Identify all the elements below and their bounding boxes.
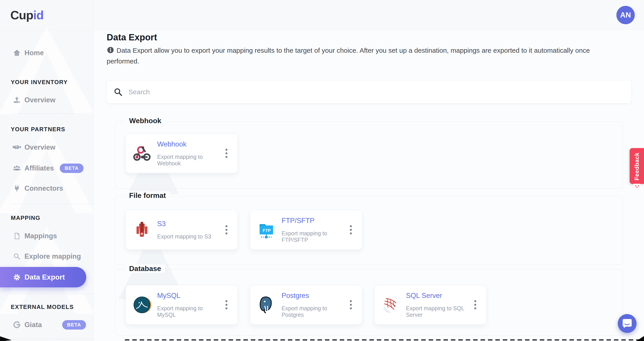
page-title: Data Export — [107, 32, 157, 42]
sidebar-section-header: EXTERNAL MODELS — [11, 304, 74, 311]
upload-icon — [12, 96, 21, 104]
card-title-link[interactable]: FTP/SFTP — [282, 217, 346, 225]
svg-text:FTP: FTP — [263, 228, 271, 233]
main-content: Data Export Data Export allow you to exp… — [94, 30, 644, 341]
search-input[interactable] — [128, 88, 624, 96]
export-card-postgres[interactable]: Postgres Export mapping to Postgres — [250, 285, 362, 325]
sidebar: Cupid Home YOUR INVENTORY Overview YOUR … — [0, 0, 94, 341]
beta-badge: BETA — [62, 320, 86, 330]
sidebar-item-label: Affiliates — [24, 164, 54, 172]
search-icon — [12, 252, 21, 261]
sidebar-item-label: Connectors — [24, 184, 63, 193]
avatar[interactable]: AN — [616, 6, 635, 24]
postgres-icon — [257, 296, 276, 314]
sidebar-item-label: Home — [24, 49, 44, 57]
sidebar-item-label: Mappings — [24, 232, 57, 240]
sidebar-item-affiliates[interactable]: Affiliates BETA — [0, 160, 94, 176]
sidebar-section-header: MAPPING — [11, 215, 40, 221]
users-icon — [12, 164, 21, 173]
card-subtitle: Export mapping to S3 — [157, 233, 222, 240]
card-title-link[interactable]: MySQL — [157, 292, 222, 300]
card-title-link[interactable]: Postgres — [282, 292, 346, 300]
g-icon — [12, 320, 21, 329]
sidebar-item-explore-mapping[interactable]: Explore mapping — [0, 249, 94, 264]
category-database: Database MySQL Export mapping to MySQL — [116, 269, 623, 336]
page-description-text: Data Export allow you to export your map… — [107, 47, 590, 65]
divider — [11, 113, 94, 114]
ftp-icon: FTP — [257, 221, 276, 239]
sidebar-item-data-export-active[interactable]: Data Export — [0, 267, 86, 287]
chat-launcher-button[interactable] — [618, 314, 636, 333]
category-title: File format — [125, 191, 170, 200]
export-card-ftp[interactable]: FTP FTP/SFTP Export mapping to FTP/SFTP — [250, 210, 362, 250]
webhook-icon — [132, 144, 151, 163]
card-subtitle: Export mapping to Postgres — [282, 305, 346, 318]
beta-badge: BETA — [60, 164, 84, 173]
export-card-webhook[interactable]: Webhook Export mapping to Webhook — [126, 133, 238, 173]
cutoff-text-artifact — [125, 339, 644, 341]
plug-icon — [12, 184, 21, 193]
sidebar-section-header: YOUR INVENTORY — [11, 79, 68, 86]
brand-logo-primary: Cup — [10, 8, 33, 22]
mysql-icon — [132, 296, 151, 314]
sidebar-section-header: YOUR PARTNERS — [11, 126, 65, 133]
sidebar-item-label: Overview — [24, 143, 56, 151]
card-menu-button[interactable] — [222, 296, 231, 314]
chat-bubble-icon — [622, 319, 632, 329]
app-root: { "brand": { "primary": "Cup", "accent":… — [0, 0, 644, 341]
sidebar-item-partners-overview[interactable]: Overview — [0, 140, 94, 155]
brand-logo: Cupid — [10, 8, 44, 22]
sidebar-item-label: Giata — [24, 321, 42, 329]
sidebar-item-label: Overview — [24, 96, 56, 104]
category-title: Database — [125, 265, 165, 273]
home-icon — [12, 48, 21, 57]
category-webhook: Webhook Webhook Export mapping to Webhoo… — [116, 121, 623, 189]
card-subtitle: Export mapping to MySQL — [157, 305, 222, 318]
s3-icon — [132, 221, 151, 239]
card-menu-button[interactable] — [471, 296, 480, 314]
feedback-tab[interactable]: Feedback — [630, 148, 644, 184]
divider — [11, 204, 94, 204]
sqlserver-icon — [381, 296, 400, 314]
export-card-s3[interactable]: S3 Export mapping to S3 — [126, 210, 238, 250]
divider — [0, 30, 94, 30]
card-menu-button[interactable] — [222, 144, 231, 163]
card-subtitle: Export mapping to SQL Server — [406, 305, 471, 318]
card-menu-button[interactable] — [222, 221, 231, 239]
brand-logo-accent: id — [33, 8, 44, 22]
divider — [11, 294, 94, 294]
export-card-sqlserver[interactable]: SQL Server Export mapping to SQL Server — [374, 285, 486, 325]
sidebar-item-label: Explore mapping — [24, 252, 81, 261]
info-icon — [107, 46, 114, 54]
category-title: Webhook — [125, 117, 165, 125]
divider — [11, 339, 94, 340]
category-file-format: File format S3 Export mapping to S3 — [116, 196, 623, 265]
handshake-icon — [12, 143, 21, 152]
sidebar-item-inventory-overview[interactable]: Overview — [0, 92, 94, 108]
document-icon — [12, 232, 21, 241]
feedback-smiley-icon — [633, 183, 641, 191]
sidebar-item-connectors[interactable]: Connectors — [0, 181, 94, 196]
card-menu-button[interactable] — [346, 296, 355, 314]
card-title-link[interactable]: S3 — [157, 220, 222, 228]
page-description: Data Export allow you to export your map… — [107, 45, 623, 67]
sidebar-item-mappings[interactable]: Mappings — [0, 228, 94, 244]
feedback-label: Feedback — [634, 153, 640, 180]
card-subtitle: Export mapping to Webhook — [157, 154, 222, 167]
search-bar — [107, 80, 632, 103]
card-subtitle: Export mapping to FTP/SFTP — [282, 230, 346, 243]
sidebar-item-label: Data Export — [24, 273, 65, 281]
gear-icon — [12, 273, 21, 282]
topbar — [94, 0, 644, 30]
card-menu-button[interactable] — [346, 221, 355, 239]
card-title-link[interactable]: SQL Server — [406, 292, 471, 300]
export-card-mysql[interactable]: MySQL Export mapping to MySQL — [126, 285, 238, 325]
sidebar-item-home[interactable]: Home — [0, 45, 94, 61]
search-icon — [114, 87, 122, 96]
card-title-link[interactable]: Webhook — [157, 140, 222, 148]
sidebar-item-giata[interactable]: Giata BETA — [0, 317, 94, 333]
